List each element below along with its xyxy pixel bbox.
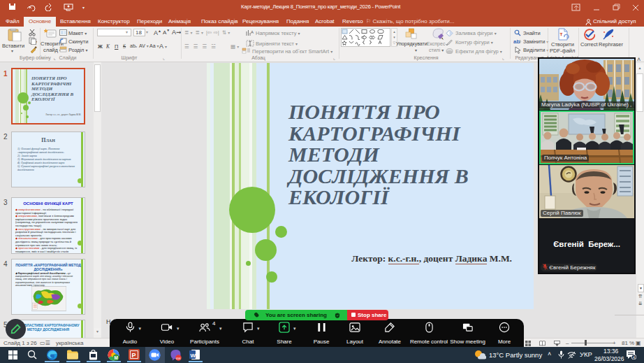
svg-text:M: M [115,355,118,360]
svg-text:P: P [132,352,136,359]
svg-text:ab: ab [513,38,520,45]
svg-text:W: W [191,353,196,359]
svg-text:A: A [251,30,254,34]
svg-text:𝐓: 𝐓 [560,32,563,36]
svg-text:4: 4 [633,355,635,360]
svg-text:▾: ▾ [82,6,85,10]
svg-text:▾: ▾ [36,40,37,44]
svg-text:658: 658 [176,357,182,360]
